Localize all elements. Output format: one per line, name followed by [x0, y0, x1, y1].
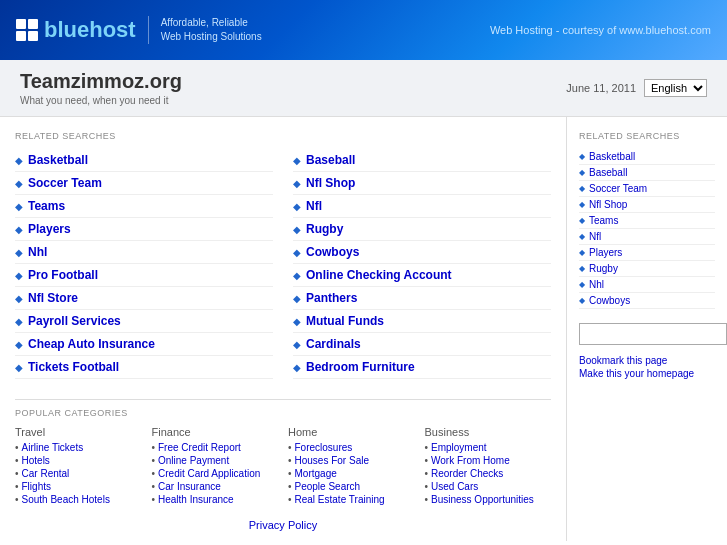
language-select[interactable]: English: [644, 79, 707, 97]
diamond-icon: ◆: [15, 178, 23, 189]
sidebar-bullet-icon: ◆: [579, 280, 585, 289]
category-link[interactable]: Credit Card Application: [158, 468, 260, 479]
list-item: Flights: [15, 481, 142, 492]
sidebar-bullet-icon: ◆: [579, 184, 585, 193]
search-link-anchor[interactable]: Tickets Football: [28, 360, 119, 374]
search-link-anchor[interactable]: Pro Football: [28, 268, 98, 282]
list-item: Foreclosures: [288, 442, 415, 453]
site-title: Teamzimmoz.org: [20, 70, 182, 93]
sidebar-link-anchor[interactable]: Rugby: [589, 263, 618, 274]
category-link[interactable]: Flights: [22, 481, 51, 492]
privacy-link[interactable]: Privacy Policy: [249, 519, 317, 531]
sidebar-bullet-icon: ◆: [579, 216, 585, 225]
list-item: Online Payment: [152, 455, 279, 466]
sidebar-link-anchor[interactable]: Soccer Team: [589, 183, 647, 194]
search-link-item: ◆Players: [15, 218, 273, 241]
search-link-anchor[interactable]: Online Checking Account: [306, 268, 452, 282]
category-link[interactable]: Car Insurance: [158, 481, 221, 492]
sidebar-link-anchor[interactable]: Cowboys: [589, 295, 630, 306]
sidebar-list-item: ◆Basketball: [579, 149, 715, 165]
search-link-anchor[interactable]: Rugby: [306, 222, 343, 236]
search-link-anchor[interactable]: Nhl: [28, 245, 47, 259]
category-link[interactable]: Health Insurance: [158, 494, 234, 505]
category-list: Free Credit ReportOnline PaymentCredit C…: [152, 442, 279, 505]
category-link[interactable]: Employment: [431, 442, 487, 453]
category-link[interactable]: Houses For Sale: [295, 455, 369, 466]
sidebar-link-anchor[interactable]: Players: [589, 247, 622, 258]
category-link[interactable]: Reorder Checks: [431, 468, 503, 479]
search-link-item: ◆Nfl: [293, 195, 551, 218]
sidebar-link-anchor[interactable]: Nhl: [589, 279, 604, 290]
search-link-anchor[interactable]: Payroll Services: [28, 314, 121, 328]
search-link-item: ◆Bedroom Furniture: [293, 356, 551, 379]
search-link-anchor[interactable]: Nfl: [306, 199, 322, 213]
search-link-anchor[interactable]: Soccer Team: [28, 176, 102, 190]
sidebar-link-anchor[interactable]: Teams: [589, 215, 618, 226]
diamond-icon: ◆: [15, 155, 23, 166]
search-link-anchor[interactable]: Mutual Funds: [306, 314, 384, 328]
sidebar-link-anchor[interactable]: Nfl Shop: [589, 199, 627, 210]
search-link-item: ◆Pro Football: [15, 264, 273, 287]
search-link-item: ◆Basketball: [15, 149, 273, 172]
sidebar-bullet-icon: ◆: [579, 152, 585, 161]
sidebar-search-input[interactable]: [579, 323, 727, 345]
search-link-anchor[interactable]: Bedroom Furniture: [306, 360, 415, 374]
search-link-item: ◆Mutual Funds: [293, 310, 551, 333]
sidebar-link-anchor[interactable]: Nfl: [589, 231, 601, 242]
sidebar-list-item: ◆Nhl: [579, 277, 715, 293]
bluehost-logo: bluehost: [16, 17, 136, 43]
search-link-anchor[interactable]: Cheap Auto Insurance: [28, 337, 155, 351]
category-link[interactable]: Mortgage: [295, 468, 337, 479]
search-link-anchor[interactable]: Cowboys: [306, 245, 359, 259]
site-header: Teamzimmoz.org What you need, when you n…: [0, 60, 727, 117]
sidebar-list-item: ◆Soccer Team: [579, 181, 715, 197]
category-link[interactable]: South Beach Hotels: [22, 494, 110, 505]
search-link-anchor[interactable]: Nfl Shop: [306, 176, 355, 190]
category-link[interactable]: Work From Home: [431, 455, 510, 466]
category-link[interactable]: Online Payment: [158, 455, 229, 466]
category-link[interactable]: Free Credit Report: [158, 442, 241, 453]
category-link[interactable]: People Search: [295, 481, 361, 492]
sidebar-related-label: RELATED SEARCHES: [579, 131, 715, 141]
category-link[interactable]: Real Estate Training: [295, 494, 385, 505]
search-link-item: ◆Nhl: [15, 241, 273, 264]
search-link-item: ◆Nfl Shop: [293, 172, 551, 195]
search-link-item: ◆Payroll Services: [15, 310, 273, 333]
list-item: Free Credit Report: [152, 442, 279, 453]
sidebar-bottom-link[interactable]: Bookmark this page: [579, 355, 715, 366]
header-right-text: Web Hosting - courtesy of www.bluehost.c…: [490, 24, 711, 36]
category-link[interactable]: Foreclosures: [295, 442, 353, 453]
searches-left-col: ◆Basketball◆Soccer Team◆Teams◆Players◆Nh…: [15, 149, 273, 379]
sidebar-bottom-link[interactable]: Make this your homepage: [579, 368, 715, 379]
list-item: Real Estate Training: [288, 494, 415, 505]
category-link[interactable]: Hotels: [22, 455, 50, 466]
category-link[interactable]: Car Rental: [22, 468, 70, 479]
category-link[interactable]: Business Opportunities: [431, 494, 534, 505]
search-link-item: ◆Tickets Football: [15, 356, 273, 379]
search-link-item: ◆Cardinals: [293, 333, 551, 356]
sidebar-link-anchor[interactable]: Basketball: [589, 151, 635, 162]
diamond-icon: ◆: [15, 362, 23, 373]
search-link-anchor[interactable]: Teams: [28, 199, 65, 213]
categories-grid: TravelAirline TicketsHotelsCar RentalFli…: [15, 426, 551, 507]
diamond-icon: ◆: [15, 201, 23, 212]
category-link[interactable]: Airline Tickets: [22, 442, 84, 453]
search-link-anchor[interactable]: Players: [28, 222, 71, 236]
category-list: ForeclosuresHouses For SaleMortgagePeopl…: [288, 442, 415, 505]
search-link-anchor[interactable]: Panthers: [306, 291, 357, 305]
search-link-anchor[interactable]: Basketball: [28, 153, 88, 167]
sidebar-link-anchor[interactable]: Baseball: [589, 167, 627, 178]
search-link-anchor[interactable]: Baseball: [306, 153, 355, 167]
category-column: FinanceFree Credit ReportOnline PaymentC…: [152, 426, 279, 507]
diamond-icon: ◆: [15, 247, 23, 258]
search-link-anchor[interactable]: Cardinals: [306, 337, 361, 351]
site-header-right: June 11, 2011 English: [566, 79, 707, 97]
diamond-icon: ◆: [293, 362, 301, 373]
content-area: RELATED SEARCHES ◆Basketball◆Soccer Team…: [0, 117, 567, 541]
list-item: Car Rental: [15, 468, 142, 479]
list-item: People Search: [288, 481, 415, 492]
category-link[interactable]: Used Cars: [431, 481, 478, 492]
list-item: Hotels: [15, 455, 142, 466]
search-link-anchor[interactable]: Nfl Store: [28, 291, 78, 305]
sidebar-list-item: ◆Nfl Shop: [579, 197, 715, 213]
